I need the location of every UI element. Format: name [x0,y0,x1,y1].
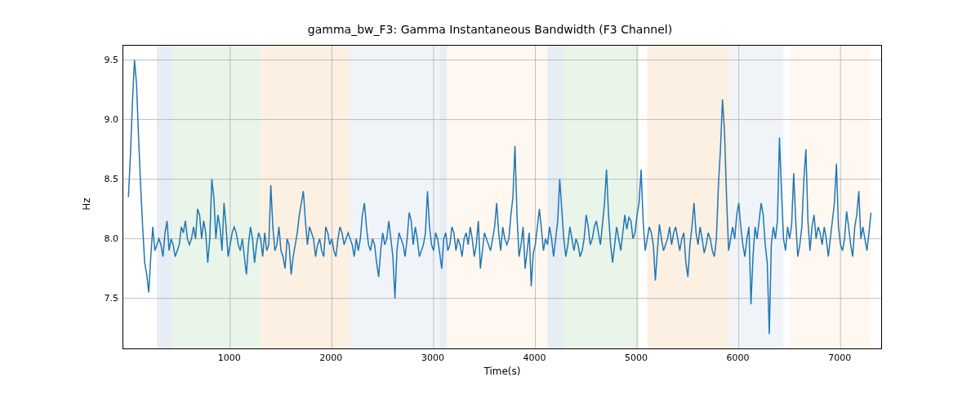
x-tick: 6000 [727,353,750,363]
band [172,46,261,348]
band [439,46,447,348]
band [564,46,639,348]
figure: gamma_bw_F3: Gamma Instantaneous Bandwid… [0,0,980,408]
y-tick: 7.5 [105,292,119,303]
band [350,46,440,348]
x-axis-label: Time(s) [122,366,882,377]
band [157,46,172,348]
y-axis-label: Hz [81,197,92,210]
x-tick: 7000 [828,353,851,363]
band [729,46,783,348]
y-tick: 8.5 [105,173,119,184]
x-tick: 5000 [625,353,648,363]
band [648,46,730,348]
y-tick: 9.5 [105,54,119,64]
x-tick: 1000 [218,353,241,363]
background-bands [157,46,871,348]
band [447,46,547,348]
plot-area [122,45,882,349]
y-tick: 9.0 [105,113,119,124]
band [261,46,350,348]
y-tick: 8.0 [105,233,119,243]
x-tick: 4000 [523,353,546,363]
plot-svg [123,46,881,348]
x-tick: 2000 [319,353,342,363]
x-tick: 3000 [421,353,444,363]
chart-title: gamma_bw_F3: Gamma Instantaneous Bandwid… [0,23,980,36]
